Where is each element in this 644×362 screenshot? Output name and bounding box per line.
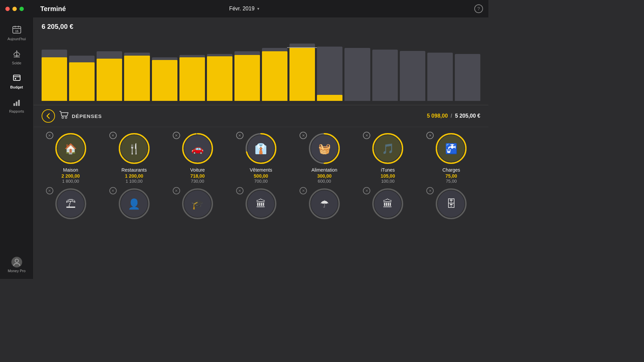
chart-section: 6 205,00 € xyxy=(34,17,488,101)
date-selector[interactable]: Févr. 2019 ▾ xyxy=(229,6,259,12)
category-item-alimentation[interactable]: ✕ 🧺 Alimentation 300,00 600,00 xyxy=(294,132,355,184)
help-button[interactable]: ? xyxy=(474,4,483,13)
bar-outer xyxy=(69,56,95,101)
category-item-vetements[interactable]: ✕ 👔 Vêtements 500,00 700,00 xyxy=(231,132,291,184)
bar-outer xyxy=(152,57,177,101)
category-item-banque[interactable]: ✕ 🏛 xyxy=(231,188,291,223)
bar-outer xyxy=(262,48,287,101)
bar-group xyxy=(179,34,205,101)
bar-group xyxy=(69,34,95,101)
minimize-button[interactable] xyxy=(12,7,17,11)
category-close-assurance[interactable]: ✕ xyxy=(300,187,307,194)
sidebar-item-balance[interactable]: Solde xyxy=(2,46,32,68)
chart-container xyxy=(42,34,480,101)
category-item-personnel[interactable]: ✕ 👤 xyxy=(104,188,164,223)
category-close-banque[interactable]: ✕ xyxy=(236,187,244,194)
category-close-vacances[interactable]: ✕ xyxy=(46,187,53,194)
sidebar-label-balance: Solde xyxy=(12,61,21,65)
bar-group xyxy=(427,34,453,101)
category-spent-charges: 75,00 xyxy=(445,173,457,179)
bar-group xyxy=(124,34,150,101)
bar-outer xyxy=(42,50,67,101)
category-item-divers[interactable]: ✕ 🗄 xyxy=(421,188,481,223)
banque-icon: 🏛 xyxy=(256,198,266,209)
category-budget-voiture: 730,00 xyxy=(191,179,204,184)
bar-outer xyxy=(124,53,150,101)
depenses-row: DÉPENSES 5 098,00 / 5 205,00 € xyxy=(34,105,488,127)
category-name-vetements: Vêtements xyxy=(250,167,272,173)
bar-inner xyxy=(207,56,232,101)
category-item-maison[interactable]: ✕ 🏠 Maison 2 200,00 1 800,00 xyxy=(41,132,101,184)
bar-group xyxy=(344,34,370,101)
budget-line xyxy=(287,47,318,48)
category-close-maison[interactable]: ✕ xyxy=(46,132,53,139)
taxes-icon: 🏛 xyxy=(383,198,393,209)
avatar xyxy=(11,257,22,267)
cart-icon xyxy=(59,111,69,121)
itunes-icon: 🎵 xyxy=(382,143,394,155)
education-icon: 🎓 xyxy=(191,198,204,210)
category-name-maison: Maison xyxy=(63,167,78,173)
category-item-charges[interactable]: ✕ 🚰 Charges 75,00 75,00 xyxy=(421,132,481,184)
sidebar-label-budget: Budget xyxy=(10,85,23,89)
category-spent-itunes: 105,00 xyxy=(381,173,395,179)
category-item-taxes[interactable]: ✕ 🏛 xyxy=(358,188,418,223)
date-label: Févr. 2019 xyxy=(229,6,255,12)
category-close-taxes[interactable]: ✕ xyxy=(363,187,370,194)
category-close-alimentation[interactable]: ✕ xyxy=(300,132,307,139)
budget-icon xyxy=(12,73,21,84)
category-item-assurance[interactable]: ✕ ☂ xyxy=(294,188,355,223)
category-close-voiture[interactable]: ✕ xyxy=(173,132,180,139)
category-close-charges[interactable]: ✕ xyxy=(426,132,434,139)
sidebar-item-budget[interactable]: Budget xyxy=(2,70,32,93)
bar-group xyxy=(262,34,287,101)
category-circle-voiture: 🚗 xyxy=(181,132,214,165)
category-name-itunes: iTunes xyxy=(381,167,395,173)
bar-inner xyxy=(42,57,67,101)
category-circle-itunes: 🎵 xyxy=(372,132,404,165)
bar-outer xyxy=(207,54,232,101)
category-item-voiture[interactable]: ✕ 🚗 Voiture 718,00 730,00 xyxy=(167,132,228,184)
sidebar-item-today[interactable]: 15 Aujourd'hui xyxy=(2,21,32,44)
back-button[interactable] xyxy=(42,109,55,123)
category-item-vacances[interactable]: ✕ ⛱ xyxy=(41,188,101,223)
category-item-education[interactable]: ✕ 🎓 xyxy=(167,188,228,223)
category-spent-maison: 2 200,00 xyxy=(61,173,80,179)
bar-outer xyxy=(317,47,342,101)
sidebar-item-moneypro[interactable]: Money Pro xyxy=(2,253,32,276)
bar-inner xyxy=(152,60,177,101)
svg-point-15 xyxy=(65,117,67,119)
category-circle-education: 🎓 xyxy=(181,188,214,220)
category-name-charges: Charges xyxy=(442,167,460,173)
category-close-personnel[interactable]: ✕ xyxy=(109,187,117,194)
category-budget-maison: 1 800,00 xyxy=(62,179,79,184)
depenses-spent: 5 098,00 xyxy=(427,113,448,119)
category-item-restaurants[interactable]: ✕ 🍴 Restaurants 1 200,00 1 100,00 xyxy=(104,132,164,184)
bar-outer xyxy=(455,54,480,101)
depenses-budget: 5 205,00 € xyxy=(455,113,480,119)
category-budget-restaurants: 1 100,00 xyxy=(125,179,143,184)
categories-grid: ✕ 🏠 Maison 2 200,00 1 800,00 ✕ 🍴 Restaur… xyxy=(39,132,483,184)
vacances-icon: ⛱ xyxy=(66,198,76,209)
categories-grid-2: ✕ ⛱ ✕ 👤 ✕ 🎓 ✕ xyxy=(39,188,483,223)
category-circle-alimentation: 🧺 xyxy=(308,132,340,165)
category-close-vetements[interactable]: ✕ xyxy=(236,132,244,139)
restaurants-icon: 🍴 xyxy=(128,143,140,155)
bar-group xyxy=(400,34,425,101)
svg-rect-9 xyxy=(15,78,16,79)
maximize-button[interactable] xyxy=(19,7,24,11)
category-circle-divers: 🗄 xyxy=(435,188,467,220)
close-button[interactable] xyxy=(5,7,10,11)
category-spent-vetements: 500,00 xyxy=(254,173,268,179)
category-circle-personnel: 👤 xyxy=(118,188,150,220)
category-close-divers[interactable]: ✕ xyxy=(426,187,434,194)
category-close-itunes[interactable]: ✕ xyxy=(363,132,370,139)
category-circle-charges: 🚰 xyxy=(435,132,467,165)
depenses-separator: / xyxy=(450,113,453,119)
sidebar-item-reports[interactable]: Rapports xyxy=(2,94,32,117)
category-close-restaurants[interactable]: ✕ xyxy=(109,132,117,139)
bar-group xyxy=(455,34,480,101)
category-item-itunes[interactable]: ✕ 🎵 iTunes 105,00 100,00 xyxy=(358,132,418,184)
bar-group xyxy=(234,34,260,101)
category-close-education[interactable]: ✕ xyxy=(173,187,180,194)
